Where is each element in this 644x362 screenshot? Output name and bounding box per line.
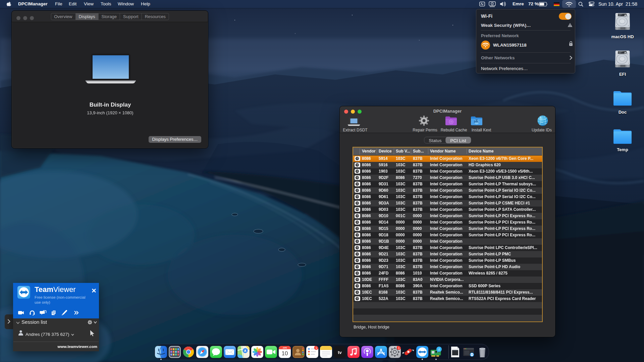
svg-text:1: 1 xyxy=(315,346,317,350)
svg-text:10: 10 xyxy=(282,350,288,357)
svg-text:tv: tv xyxy=(338,350,342,355)
svg-text:APR: APR xyxy=(283,347,287,349)
svg-text:1: 1 xyxy=(398,346,399,350)
